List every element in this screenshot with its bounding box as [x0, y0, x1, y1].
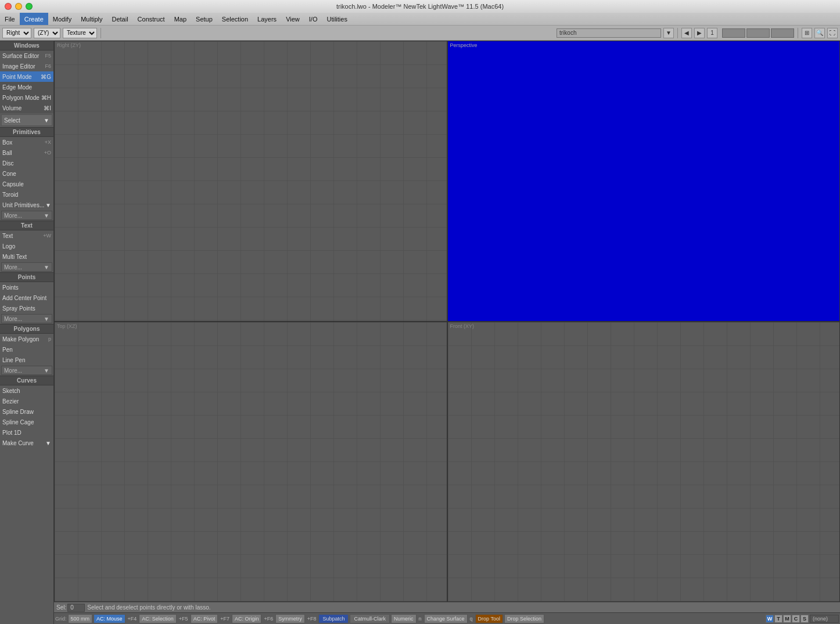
- fullscreen-icon[interactable]: ⛶: [827, 28, 838, 38]
- sidebar-capsule[interactable]: Capsule: [0, 179, 53, 189]
- viewport-right[interactable]: Right (ZY): [54, 41, 447, 322]
- menu-create[interactable]: Create: [20, 13, 48, 25]
- sidebar-select-dropdown[interactable]: Select ▼: [1, 114, 52, 126]
- wmcs-w[interactable]: W: [766, 615, 774, 623]
- sidebar-unit-primitives[interactable]: Unit Primitives... ▼: [0, 200, 53, 210]
- wmcs-group: W T M C S: [766, 615, 809, 623]
- sidebar-polygons-header: Polygons: [0, 324, 53, 334]
- sidebar-box[interactable]: Box +X: [0, 137, 53, 147]
- menu-utilities[interactable]: Utilities: [322, 13, 351, 25]
- ac-selection-btn[interactable]: AC: Selection: [139, 614, 177, 623]
- viewport-perspective-bg: [448, 41, 840, 321]
- sidebar-points-more[interactable]: More... ▼: [1, 314, 52, 323]
- layer-grid-1[interactable]: [722, 28, 745, 38]
- sidebar-line-pen[interactable]: Line Pen: [0, 355, 53, 365]
- sel-value: 0: [67, 604, 85, 612]
- numeric-btn[interactable]: Numeric: [391, 614, 417, 623]
- wmcs-m[interactable]: M: [783, 615, 791, 623]
- window-controls[interactable]: [5, 3, 33, 10]
- layer-dropdown-btn[interactable]: ▼: [663, 28, 674, 38]
- viewport-container: Right (ZY) Perspective Top (XZ) Front (X…: [54, 41, 840, 602]
- maximize-button[interactable]: [26, 3, 33, 10]
- grid-label: Grid:: [55, 616, 67, 622]
- sidebar-add-center-point[interactable]: Add Center Point: [0, 293, 53, 303]
- layer-field[interactable]: trikoch: [557, 28, 661, 38]
- catmull-clark-btn[interactable]: Catmull-Clark: [350, 614, 390, 623]
- numeric-shortcut: n: [418, 616, 423, 622]
- symmetry-btn[interactable]: Symmetry: [275, 614, 305, 623]
- sidebar-text[interactable]: Text +W: [0, 230, 53, 241]
- texture-select[interactable]: Texture: [63, 28, 97, 38]
- sidebar-pen[interactable]: Pen: [0, 344, 53, 355]
- sidebar-polygons-more[interactable]: More... ▼: [1, 366, 52, 375]
- viewport-top[interactable]: Top (XZ): [54, 322, 447, 603]
- sidebar-polygon-mode[interactable]: Polygon Mode ⌘H: [0, 92, 53, 103]
- sidebar-spline-draw[interactable]: Spline Draw: [0, 406, 53, 417]
- sidebar-bezier[interactable]: Bezier: [0, 396, 53, 406]
- main-layout: Windows Surface Editor F5 Image Editor F…: [0, 41, 840, 624]
- sidebar-text-more[interactable]: More... ▼: [1, 262, 52, 272]
- wmcs-t[interactable]: T: [774, 615, 782, 623]
- sidebar-spline-cage[interactable]: Spline Cage: [0, 417, 53, 427]
- grid-value[interactable]: 500 mm: [68, 614, 93, 623]
- change-surface-btn[interactable]: Change Surface: [424, 614, 468, 623]
- drop-tool-btn[interactable]: Drop Tool: [475, 614, 503, 623]
- menu-layers[interactable]: Layers: [253, 13, 281, 25]
- menu-map[interactable]: Map: [170, 13, 191, 25]
- sidebar-sketch[interactable]: Sketch: [0, 385, 53, 396]
- next-layer-btn[interactable]: ▶: [694, 28, 705, 38]
- menu-modify[interactable]: Modify: [48, 13, 76, 25]
- sidebar-make-polygon[interactable]: Make Polygon p: [0, 334, 53, 344]
- layer-num: 1: [707, 28, 717, 38]
- minimize-button[interactable]: [15, 3, 22, 10]
- viewport-perspective[interactable]: Perspective: [447, 41, 841, 322]
- sel-label: Sel:: [56, 604, 66, 611]
- ac-origin-btn[interactable]: AC: Origin: [232, 614, 262, 623]
- symmetry-shortcut: +F8: [306, 616, 318, 622]
- ac-pivot-btn[interactable]: AC: Pivot: [191, 614, 218, 623]
- sidebar-make-curve[interactable]: Make Curve ▼: [0, 438, 53, 448]
- axis-select[interactable]: (ZY): [34, 28, 60, 38]
- sidebar-logo[interactable]: Logo: [0, 241, 53, 251]
- sidebar-toroid[interactable]: Toroid: [0, 189, 53, 200]
- menu-setup[interactable]: Setup: [191, 13, 217, 25]
- menu-view[interactable]: View: [281, 13, 304, 25]
- sidebar-multi-text[interactable]: Multi Text: [0, 251, 53, 262]
- prev-layer-btn[interactable]: ◀: [681, 28, 692, 38]
- sidebar-spray-points[interactable]: Spray Points: [0, 303, 53, 313]
- sidebar-surface-editor[interactable]: Surface Editor F5: [0, 51, 53, 61]
- sidebar-plot-1d[interactable]: Plot 1D: [0, 427, 53, 438]
- toolbar-divider: [100, 28, 101, 38]
- sidebar-points[interactable]: Points: [0, 282, 53, 293]
- toolbar-divider3: [798, 28, 798, 38]
- sidebar-primitives-more[interactable]: More... ▼: [1, 211, 52, 220]
- wmcs-c[interactable]: C: [792, 615, 800, 623]
- layer-grid-2[interactable]: [746, 28, 770, 38]
- sidebar: Windows Surface Editor F5 Image Editor F…: [0, 41, 54, 624]
- menu-io[interactable]: I/O: [304, 13, 322, 25]
- sidebar-edge-mode[interactable]: Edge Mode: [0, 82, 53, 92]
- grid-icon[interactable]: ⊞: [802, 28, 812, 38]
- ac-mouse-btn[interactable]: AC: Mouse: [94, 614, 125, 623]
- viewport-front[interactable]: Front (XY): [447, 322, 841, 603]
- window-title: trikoch.lwo - Modeler™ NewTek LightWave™…: [336, 3, 504, 10]
- view-select[interactable]: Right: [2, 28, 31, 38]
- drop-selection-btn[interactable]: Drop Selection: [504, 614, 544, 623]
- viewport-front-grid: [448, 322, 840, 602]
- sidebar-volume-mode[interactable]: Volume ⌘I: [0, 103, 53, 113]
- sidebar-image-editor[interactable]: Image Editor F6: [0, 61, 53, 71]
- zoom-icon[interactable]: 🔍: [814, 28, 825, 38]
- menu-construct[interactable]: Construct: [133, 13, 170, 25]
- close-button[interactable]: [5, 3, 12, 10]
- sidebar-cone[interactable]: Cone: [0, 168, 53, 179]
- menu-file[interactable]: File: [0, 13, 20, 25]
- menu-multiply[interactable]: Multiply: [76, 13, 107, 25]
- wmcs-s[interactable]: S: [800, 615, 809, 623]
- subpatch-btn[interactable]: Subpatch: [318, 614, 349, 623]
- menu-selection[interactable]: Selection: [217, 13, 253, 25]
- sidebar-ball[interactable]: Ball +O: [0, 147, 53, 158]
- layer-grid-3[interactable]: [771, 28, 794, 38]
- sidebar-point-mode[interactable]: Point Mode ⌘G: [0, 71, 53, 82]
- menu-detail[interactable]: Detail: [107, 13, 132, 25]
- sidebar-disc[interactable]: Disc: [0, 158, 53, 168]
